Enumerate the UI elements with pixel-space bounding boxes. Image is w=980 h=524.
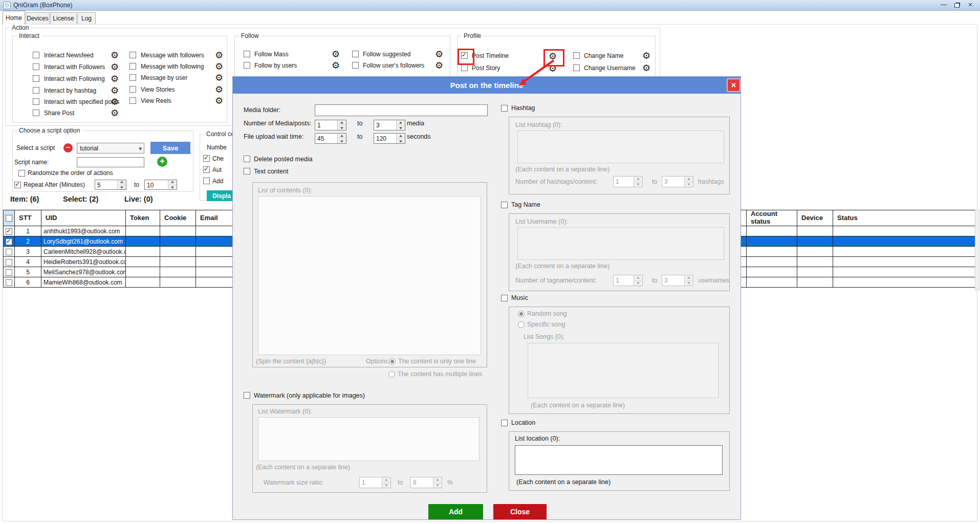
spinner-down-icon[interactable]: [685, 182, 693, 187]
tab-log[interactable]: Log: [77, 12, 96, 24]
checkbox-post-story[interactable]: [461, 64, 468, 71]
spinner-down-icon[interactable]: [685, 281, 693, 286]
checkbox-music[interactable]: [501, 295, 508, 301]
remove-script-icon[interactable]: −: [63, 143, 73, 152]
checkbox-message-with-followers[interactable]: [129, 52, 136, 58]
watermark-to-spinner[interactable]: 8: [410, 477, 442, 488]
checkbox-control-3[interactable]: [203, 178, 210, 184]
checkbox-control-2[interactable]: [203, 166, 210, 173]
add-button[interactable]: Add: [428, 504, 483, 519]
checkbox-message-with-following[interactable]: [129, 63, 136, 70]
gear-icon[interactable]: ⚙: [111, 62, 119, 72]
spinner-down-icon[interactable]: [634, 281, 642, 286]
row-checkbox[interactable]: [6, 249, 12, 255]
add-script-icon[interactable]: +: [157, 157, 167, 167]
spinner-up-icon[interactable]: [338, 134, 346, 139]
gear-icon[interactable]: ⚙: [549, 64, 557, 73]
hashtag-to-spinner[interactable]: 3: [662, 176, 693, 187]
contents-textarea[interactable]: [258, 196, 481, 355]
checkbox-interact-with-followers[interactable]: [33, 63, 39, 70]
spinner-up-icon[interactable]: [338, 120, 346, 125]
checkbox-follow-users-followers[interactable]: [352, 62, 359, 69]
spinner-down-icon[interactable]: [433, 483, 442, 488]
row-checkbox[interactable]: [6, 259, 12, 266]
spinner-down-icon[interactable]: [338, 125, 346, 130]
hashtag-textarea[interactable]: [517, 130, 724, 163]
upload-from-spinner[interactable]: 45: [315, 133, 346, 144]
gear-icon[interactable]: ⚙: [332, 50, 340, 59]
script-select[interactable]: tutorial ▾: [77, 143, 144, 154]
spinner-down-icon[interactable]: [397, 139, 405, 143]
checkbox-view-reels[interactable]: [129, 97, 136, 104]
spinner-up-icon[interactable]: [118, 180, 126, 185]
checkbox-follow-by-users[interactable]: [244, 62, 250, 69]
spinner-down-icon[interactable]: [168, 185, 177, 190]
header-uid[interactable]: UID: [41, 210, 126, 226]
gear-icon[interactable]: ⚙: [111, 97, 119, 106]
checkbox-follow-suggested[interactable]: [352, 51, 359, 57]
header-token[interactable]: Token: [126, 210, 160, 226]
location-textarea[interactable]: [515, 445, 723, 475]
spinner-up-icon[interactable]: [168, 180, 177, 185]
checkbox-interact-by-hashtag[interactable]: [33, 87, 39, 94]
radio-single-line[interactable]: [389, 358, 396, 365]
header-device[interactable]: Device: [797, 210, 833, 226]
window-maximize-icon[interactable]: [951, 1, 963, 9]
save-script-button[interactable]: Save: [150, 142, 190, 154]
spinner-up-icon[interactable]: [685, 275, 693, 281]
spinner-down-icon[interactable]: [382, 483, 390, 488]
tagname-to-spinner[interactable]: 3: [662, 275, 693, 286]
window-minimize-icon[interactable]: —: [938, 1, 950, 9]
script-name-input[interactable]: [77, 157, 144, 167]
checkbox-delete-posted-media[interactable]: [244, 156, 250, 162]
row-checkbox[interactable]: [6, 228, 12, 235]
checkbox-watermark[interactable]: [244, 392, 250, 399]
radio-specific-song[interactable]: [518, 321, 525, 328]
radio-multiple-lines[interactable]: [388, 371, 395, 378]
vertical-scrollbar[interactable]: [975, 210, 979, 290]
checkbox-randomize-order[interactable]: [18, 170, 25, 177]
header-account-status[interactable]: Account status: [747, 210, 797, 226]
gear-icon[interactable]: ⚙: [332, 61, 340, 70]
gear-icon[interactable]: ⚙: [111, 51, 119, 60]
watermark-textarea[interactable]: [258, 417, 480, 461]
tab-license[interactable]: License: [50, 12, 77, 24]
songs-textarea[interactable]: [528, 343, 719, 398]
gear-icon[interactable]: ⚙: [435, 50, 443, 59]
close-button[interactable]: Close: [493, 504, 547, 519]
window-close-icon[interactable]: ×: [964, 1, 976, 9]
checkbox-message-by-user[interactable]: [129, 74, 136, 81]
repeat-from-spinner[interactable]: 5: [95, 180, 126, 190]
gear-icon[interactable]: ⚙: [642, 51, 650, 60]
checkbox-view-stories[interactable]: [129, 86, 136, 93]
checkbox-change-username[interactable]: [573, 64, 580, 71]
checkbox-interact-specified-posts[interactable]: [33, 98, 39, 105]
checkbox-text-content[interactable]: [244, 168, 250, 174]
spinner-up-icon[interactable]: [433, 477, 442, 483]
header-cookie[interactable]: Cookie: [160, 210, 196, 226]
spinner-up-icon[interactable]: [397, 134, 405, 139]
gear-icon[interactable]: ⚙: [215, 85, 223, 94]
media-from-spinner[interactable]: 1: [315, 120, 346, 130]
checkbox-location[interactable]: [501, 420, 508, 426]
header-status[interactable]: Status: [833, 210, 975, 226]
spinner-up-icon[interactable]: [634, 275, 642, 281]
row-checkbox[interactable]: [6, 269, 12, 276]
radio-random-song[interactable]: [518, 311, 525, 317]
checkbox-interact-with-following[interactable]: [33, 75, 39, 82]
tagname-from-spinner[interactable]: 1: [613, 275, 643, 286]
gear-icon[interactable]: ⚙: [215, 96, 223, 105]
checkbox-interact-newsfeed[interactable]: [33, 52, 39, 58]
spinner-up-icon[interactable]: [634, 177, 642, 182]
spinner-down-icon[interactable]: [634, 182, 642, 187]
checkbox-change-name[interactable]: [573, 52, 580, 59]
checkbox-post-timeline[interactable]: [461, 52, 468, 59]
hashtag-from-spinner[interactable]: 1: [613, 176, 643, 187]
checkbox-tag-name[interactable]: [501, 202, 508, 208]
gear-icon-post-timeline[interactable]: ⚙: [549, 52, 557, 61]
checkbox-control-1[interactable]: [203, 155, 210, 162]
checkbox-hashtag[interactable]: [501, 105, 508, 112]
dialog-close-button[interactable]: ×: [727, 78, 741, 92]
tab-devices[interactable]: Devices: [26, 12, 50, 24]
media-to-spinner[interactable]: 3: [374, 120, 405, 130]
